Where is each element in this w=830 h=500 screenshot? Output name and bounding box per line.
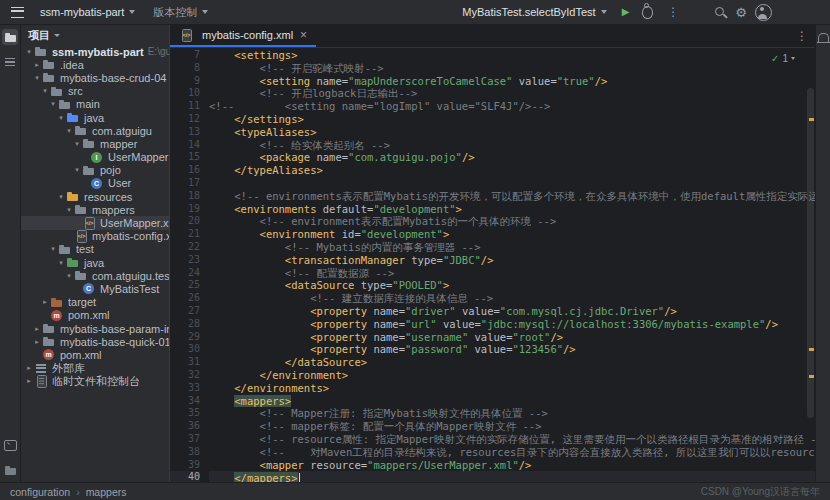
code-lines[interactable]: <settings> <!-- 开启驼峰式映射--> <setting name… (209, 49, 815, 482)
chevron-collapsed-icon[interactable]: ▸ (40, 298, 50, 306)
code-line-16[interactable]: </typeAliases> (209, 164, 815, 177)
more-actions-icon[interactable]: ⋮ (664, 5, 682, 19)
breadcrumb-mappers[interactable]: mappers (86, 486, 127, 498)
tree-item-pom.xml[interactable]: pom.xml (21, 348, 169, 361)
chevron-expanded-icon[interactable]: ▾ (64, 272, 74, 280)
editor-scrollbar-thumb[interactable] (807, 88, 814, 418)
inspections-widget[interactable]: ✓ 1 (767, 52, 799, 65)
profile-avatar[interactable] (755, 4, 772, 21)
code-line-20[interactable]: <!-- environment表示配置Mybatis的一个具体的环境 --> (209, 215, 815, 228)
tree-item-test[interactable]: ▾test (21, 243, 169, 256)
code-line-38[interactable]: <!-- 对Maven工程的目录结构来说, resources目录下的内容会直接… (209, 446, 815, 459)
chevron-expanded-icon[interactable]: ▾ (64, 127, 74, 135)
tree-item-main[interactable]: ▾main (21, 98, 169, 111)
tree-item-.idea[interactable]: ▸.idea (21, 58, 169, 71)
code-line-11[interactable]: <!-- <setting name="logImpl" value="SLF4… (209, 100, 815, 113)
code-line-35[interactable]: <!-- Mapper注册: 指定Mybatis映射文件的具体位置 --> (209, 407, 815, 420)
search-everywhere-icon[interactable] (714, 6, 727, 19)
chevron-expanded-icon[interactable]: ▾ (56, 114, 66, 122)
chevron-expanded-icon[interactable]: ▾ (72, 166, 82, 174)
code-line-24[interactable]: <!-- 配置数据源 --> (209, 267, 815, 280)
run-button[interactable]: ▶ (620, 7, 632, 17)
chevron-expanded-icon[interactable]: ▾ (72, 140, 82, 148)
tree-item-src[interactable]: ▾src (21, 85, 169, 98)
chevron-collapsed-icon[interactable]: ▸ (24, 377, 34, 385)
code-line-36[interactable]: <!-- mapper标签: 配置一个具体的Mapper映射文件 --> (209, 420, 815, 433)
code-line-31[interactable]: </dataSource> (209, 356, 815, 369)
project-widget[interactable]: ssm-mybatis-part (35, 4, 140, 20)
close-tab-icon[interactable]: × (300, 29, 307, 41)
tree-item-User[interactable]: User (21, 177, 169, 190)
run-configuration-widget[interactable]: MyBatisTest.selectByIdTest (457, 4, 611, 20)
main-menu-icon[interactable] (11, 7, 24, 18)
code-line-25[interactable]: <dataSource type="POOLED"> (209, 279, 815, 292)
chevron-expanded-icon[interactable]: ▾ (24, 48, 34, 56)
code-line-19[interactable]: <environments default="development"> (209, 203, 815, 216)
structure-tool-window-button[interactable] (2, 54, 18, 70)
tree-item-mybatis-base-param-input-02[interactable]: ▸mybatis-base-param-input-02 (21, 322, 169, 335)
code-line-22[interactable]: <!-- Mybatis的内置的事务管理器 --> (209, 241, 815, 254)
terminal-tool-window-button[interactable] (2, 437, 18, 453)
code-line-23[interactable]: <transactionManager type="JDBC"/> (209, 254, 815, 267)
code-line-34[interactable]: <mappers> (209, 395, 815, 408)
chevron-expanded-icon[interactable]: ▾ (48, 245, 58, 253)
chevron-collapsed-icon[interactable]: ▸ (24, 364, 34, 372)
code-line-15[interactable]: <package name="com.atguigu.pojo"/> (209, 151, 815, 164)
code-line-26[interactable]: <!-- 建立数据库连接的具体信息 --> (209, 292, 815, 305)
problems-tool-window-button[interactable] (2, 462, 18, 478)
tree-item-mybatis-base-quick-01[interactable]: ▸mybatis-base-quick-01 (21, 335, 169, 348)
chevron-expanded-icon[interactable]: ▾ (32, 74, 42, 82)
tree-item-java[interactable]: ▾java (21, 256, 169, 269)
chevron-collapsed-icon[interactable]: ▸ (32, 61, 42, 69)
code-line-14[interactable]: <!-- 给实体类起别名 --> (209, 139, 815, 152)
tree-item--[interactable]: ▸临时文件和控制台 (21, 375, 169, 388)
settings-gear-icon[interactable]: ⚙ (735, 6, 747, 19)
code-line-9[interactable]: <setting name="mapUnderscoreToCamelCase"… (209, 75, 815, 88)
tree-item-UserMapper[interactable]: UserMapper (21, 151, 169, 164)
project-panel-header[interactable]: 项目 (21, 25, 169, 45)
tree-item-mybatis-config.xml[interactable]: mybatis-config.xml (21, 230, 169, 243)
code-line-30[interactable]: <property name="password" value="123456"… (209, 343, 815, 356)
debug-button[interactable] (642, 6, 653, 19)
chevron-expanded-icon[interactable]: ▾ (56, 259, 66, 267)
project-tool-window-button[interactable] (2, 29, 18, 45)
chevron-expanded-icon[interactable]: ▾ (64, 206, 74, 214)
code-line-10[interactable]: <!-- 开启logback日志输出--> (209, 87, 815, 100)
chevron-collapsed-icon[interactable]: ▸ (32, 325, 42, 333)
tree-item-mapper[interactable]: ▾mapper (21, 137, 169, 150)
vcs-widget[interactable]: 版本控制 (148, 3, 213, 22)
code-line-18[interactable]: <!-- environments表示配置Mybatis的开发环境，可以配置多个… (209, 190, 815, 203)
tree-item-MyBatisTest[interactable]: MyBatisTest (21, 282, 169, 295)
code-line-33[interactable]: </environments> (209, 382, 815, 395)
code-line-29[interactable]: <property name="username" value="root"/> (209, 331, 815, 344)
tree-item-com.atguigu[interactable]: ▾com.atguigu (21, 124, 169, 137)
code-line-27[interactable]: <property name="driver" value="com.mysql… (209, 305, 815, 318)
tree-item-mybatis-base-crud-04[interactable]: ▾mybatis-base-crud-04 (21, 71, 169, 84)
code-line-12[interactable]: </settings> (209, 113, 815, 126)
code-line-21[interactable]: <environment id="development"> (209, 228, 815, 241)
tree-item-java[interactable]: ▾java (21, 111, 169, 124)
code-line-39[interactable]: <mapper resource="mappers/UserMapper.xml… (209, 459, 815, 472)
tree-item-resources[interactable]: ▾resources (21, 190, 169, 203)
chevron-expanded-icon[interactable]: ▾ (40, 87, 50, 95)
code-line-37[interactable]: <!-- resource属性: 指定Mapper映射文件的实际存储位置, 这里… (209, 433, 815, 446)
tab-options-icon[interactable]: ⋮ (789, 29, 815, 43)
code-line-13[interactable]: <typeAliases> (209, 126, 815, 139)
code-line-8[interactable]: <!-- 开启驼峰式映射--> (209, 62, 815, 75)
tree-item-mappers[interactable]: ▾mappers (21, 203, 169, 216)
code-line-32[interactable]: </environment> (209, 369, 815, 382)
code-line-28[interactable]: <property name="url" value="jdbc:mysql:/… (209, 318, 815, 331)
tree-item-com.atguigu.test[interactable]: ▾com.atguigu.test (21, 269, 169, 282)
breadcrumb-configuration[interactable]: configuration (10, 486, 70, 498)
notifications-bell-icon[interactable] (818, 33, 829, 42)
chevron-expanded-icon[interactable]: ▾ (48, 100, 58, 108)
tree-item-target[interactable]: ▸target (21, 296, 169, 309)
code-line-40[interactable]: </mappers> (209, 471, 815, 482)
tree-item-pom.xml[interactable]: pom.xml (21, 309, 169, 322)
chevron-collapsed-icon[interactable]: ▸ (32, 338, 42, 346)
code-line-7[interactable]: <settings> (209, 49, 815, 62)
tree-item-UserMapper.xml[interactable]: UserMapper.xml (21, 216, 169, 229)
editor-tab-mybatis-config-xml[interactable]: mybatis-config.xml × (170, 25, 316, 47)
chevron-expanded-icon[interactable]: ▾ (56, 193, 66, 201)
tree-item--[interactable]: ▸外部库 (21, 362, 169, 375)
